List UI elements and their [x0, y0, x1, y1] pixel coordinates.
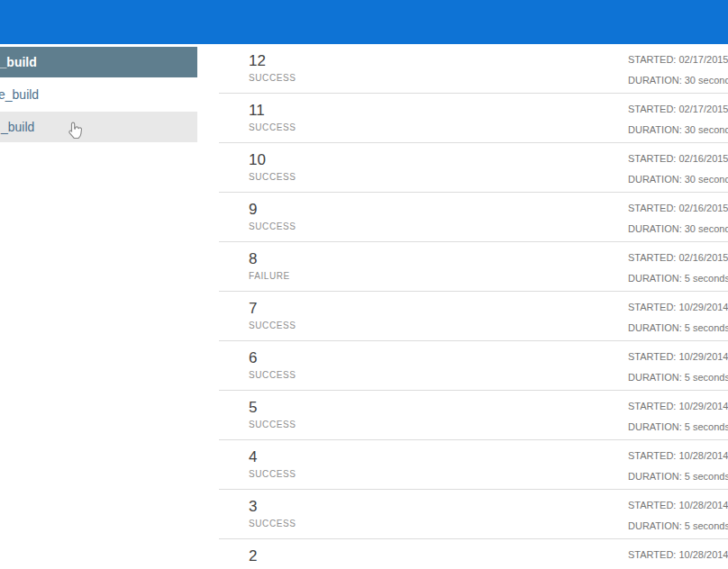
- build-row[interactable]: 3 SUCCESS STARTED: 10/28/2014 DURATION: …: [219, 490, 728, 539]
- build-row[interactable]: 6 SUCCESS STARTED: 10/29/2014 DURATION: …: [219, 341, 728, 391]
- build-row[interactable]: 5 SUCCESS STARTED: 10/29/2014 DURATION: …: [219, 391, 728, 440]
- build-row-meta: STARTED: 10/28/2014 DURATION: 5 seconds: [628, 450, 728, 482]
- build-number: 9: [249, 201, 296, 219]
- build-started-label: STARTED: 02/16/2015: [628, 252, 728, 263]
- sidebar-item-job[interactable]: e_build: [0, 79, 197, 110]
- build-duration-label: DURATION: 5 seconds: [628, 421, 728, 432]
- sidebar-item-label: _build: [1, 120, 34, 134]
- build-started-label: STARTED: 10/28/2014: [628, 450, 728, 461]
- build-started-label: STARTED: 02/17/2015: [628, 54, 728, 65]
- build-started-label: STARTED: 10/29/2014: [628, 351, 728, 362]
- sidebar-item-job[interactable]: _build: [0, 112, 197, 142]
- build-started-label: STARTED: 02/16/2015: [628, 203, 728, 213]
- build-status: FAILURE: [249, 271, 290, 281]
- build-row-summary: 5 SUCCESS: [249, 399, 296, 429]
- build-duration-label: DURATION: 30 seconds: [628, 223, 728, 234]
- build-started-label: STARTED: 10/28/2014: [628, 549, 728, 560]
- build-row-meta: STARTED: 10/29/2014 DURATION: 5 seconds: [628, 401, 728, 432]
- sidebar-item-label: e_build: [0, 87, 39, 102]
- build-row[interactable]: 10 SUCCESS STARTED: 02/16/2015 DURATION:…: [219, 143, 728, 193]
- build-number: 2: [249, 547, 257, 565]
- build-started-label: STARTED: 10/29/2014: [628, 302, 728, 312]
- build-status: SUCCESS: [249, 73, 296, 83]
- build-row-summary: 7 SUCCESS: [249, 300, 296, 330]
- build-row-meta: STARTED: 10/29/2014 DURATION: 5 seconds: [628, 351, 728, 383]
- build-number: 3: [249, 498, 296, 516]
- build-row-summary: 4 SUCCESS: [249, 448, 296, 479]
- build-row-summary: 2: [249, 547, 257, 568]
- build-row-summary: 12 SUCCESS: [249, 52, 296, 83]
- sidebar-item-label: d_build: [0, 55, 37, 69]
- build-row-summary: 8 FAILURE: [249, 250, 290, 281]
- build-number: 7: [249, 300, 296, 318]
- build-status: SUCCESS: [249, 221, 296, 231]
- build-row-meta: STARTED: 02/16/2015 DURATION: 30 seconds: [628, 153, 728, 185]
- build-number: 12: [249, 52, 296, 70]
- build-number: 8: [249, 250, 290, 268]
- build-row-summary: 6 SUCCESS: [249, 349, 296, 380]
- build-row-meta: STARTED: 02/17/2015 DURATION: 30 seconds: [628, 104, 728, 135]
- app-header: [0, 0, 728, 44]
- build-row-summary: 10 SUCCESS: [249, 151, 296, 182]
- build-duration-label: DURATION: 5 seconds: [628, 520, 728, 531]
- build-row-meta: STARTED: 02/17/2015 DURATION: 30 seconds: [628, 54, 728, 86]
- build-row-summary: 3 SUCCESS: [249, 498, 296, 528]
- build-duration-label: DURATION: 30 seconds: [628, 174, 728, 185]
- build-row-summary: 9 SUCCESS: [249, 201, 296, 231]
- build-status: SUCCESS: [249, 370, 296, 380]
- build-number: 5: [249, 399, 296, 417]
- build-row[interactable]: 2 STARTED: 10/28/2014: [219, 539, 728, 569]
- build-status: SUCCESS: [249, 469, 296, 479]
- build-row-meta: STARTED: 10/28/2014: [628, 549, 728, 569]
- build-row[interactable]: 8 FAILURE STARTED: 02/16/2015 DURATION: …: [219, 242, 728, 292]
- sidebar-item-job[interactable]: d_build: [0, 47, 197, 77]
- job-sidebar: d_build e_build _build: [0, 47, 197, 144]
- build-duration-label: DURATION: 5 seconds: [628, 372, 728, 383]
- build-number: 4: [249, 448, 296, 466]
- build-duration-label: DURATION: 30 seconds: [628, 124, 728, 135]
- build-started-label: STARTED: 10/29/2014: [628, 401, 728, 411]
- build-duration-label: DURATION: 5 seconds: [628, 322, 728, 333]
- build-status: SUCCESS: [249, 420, 296, 429]
- build-row[interactable]: 11 SUCCESS STARTED: 02/17/2015 DURATION:…: [219, 94, 728, 143]
- build-duration-label: DURATION: 5 seconds: [628, 471, 728, 482]
- build-status: SUCCESS: [249, 172, 296, 182]
- build-row-meta: STARTED: 10/29/2014 DURATION: 5 seconds: [628, 302, 728, 333]
- build-row-summary: 11 SUCCESS: [249, 102, 296, 132]
- build-status: SUCCESS: [249, 122, 296, 132]
- build-row[interactable]: 9 SUCCESS STARTED: 02/16/2015 DURATION: …: [219, 193, 728, 242]
- build-row-meta: STARTED: 02/16/2015 DURATION: 30 seconds: [628, 203, 728, 234]
- build-started-label: STARTED: 10/28/2014: [628, 500, 728, 510]
- build-row-meta: STARTED: 10/28/2014 DURATION: 5 seconds: [628, 500, 728, 531]
- build-row-meta: STARTED: 02/16/2015 DURATION: 5 seconds: [628, 252, 728, 284]
- build-duration-label: DURATION: 30 seconds: [628, 75, 728, 86]
- build-row[interactable]: 4 SUCCESS STARTED: 10/28/2014 DURATION: …: [219, 440, 728, 490]
- build-row[interactable]: 12 SUCCESS STARTED: 02/17/2015 DURATION:…: [219, 44, 728, 94]
- build-number: 10: [249, 151, 296, 169]
- build-number: 11: [249, 102, 296, 120]
- build-number: 6: [249, 349, 296, 367]
- build-row[interactable]: 7 SUCCESS STARTED: 10/29/2014 DURATION: …: [219, 292, 728, 341]
- build-status: SUCCESS: [249, 321, 296, 330]
- build-status: SUCCESS: [249, 519, 296, 528]
- build-duration-label: DURATION: 5 seconds: [628, 273, 728, 284]
- build-history-list: 12 SUCCESS STARTED: 02/17/2015 DURATION:…: [219, 44, 728, 569]
- build-started-label: STARTED: 02/16/2015: [628, 153, 728, 164]
- build-started-label: STARTED: 02/17/2015: [628, 104, 728, 114]
